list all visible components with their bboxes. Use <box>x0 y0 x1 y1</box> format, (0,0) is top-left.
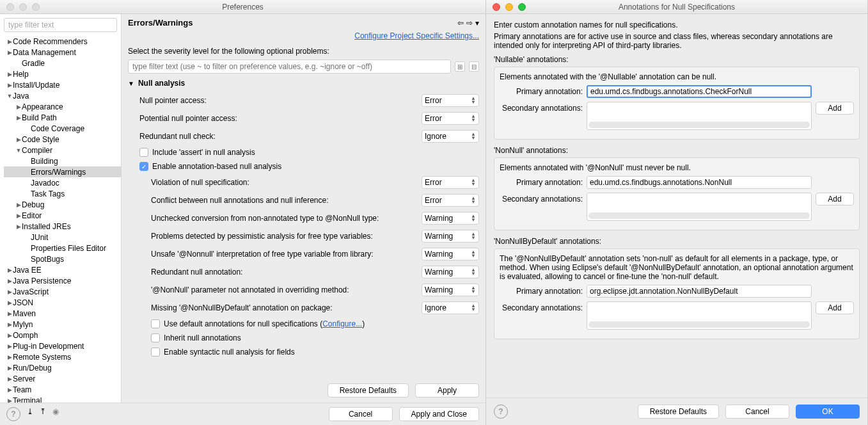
tree-item[interactable]: ▶Appearance <box>4 101 121 112</box>
inherit-annotations-checkbox[interactable]: Inherit null annotations <box>128 331 479 345</box>
section-header[interactable]: ▼Null analysis <box>128 79 479 88</box>
tree-item[interactable]: ▶Team <box>4 384 121 395</box>
tree-item[interactable]: Properties Files Editor <box>4 243 121 253</box>
import-icon[interactable]: ⤓ <box>27 407 33 421</box>
tree-item[interactable]: ▶Data Management <box>4 47 121 58</box>
severity-select[interactable]: Ignore▲▼ <box>422 301 479 314</box>
severity-select[interactable]: Warning▲▼ <box>422 230 479 243</box>
tree-item[interactable]: Building <box>4 156 121 166</box>
problem-filter-input[interactable] <box>128 60 451 74</box>
tree-item[interactable]: SpotBugs <box>4 253 121 264</box>
primary-annotation-input[interactable] <box>587 285 812 298</box>
tree-item[interactable]: Gradle <box>4 58 121 68</box>
tree-item[interactable]: ▶Java EE <box>4 264 121 275</box>
annotations-window: Annotations for Null Specifications Ente… <box>486 0 868 425</box>
tree-item[interactable]: ▶Oomph <box>4 330 121 341</box>
secondary-annotations-list[interactable] <box>587 193 812 221</box>
tree-item[interactable]: ▶Help <box>4 68 121 79</box>
tree-item[interactable]: ▶Run/Debug <box>4 362 121 373</box>
tree-item[interactable]: JUnit <box>4 232 121 243</box>
severity-select[interactable]: Warning▲▼ <box>422 284 479 296</box>
tree-item[interactable]: ▶Editor <box>4 210 121 221</box>
group-title: 'NonNullByDefault' annotations: <box>494 237 860 246</box>
secondary-annotations-list[interactable] <box>587 301 812 330</box>
tree-item[interactable]: Errors/Warnings <box>4 166 121 177</box>
tree-item[interactable]: ▶Mylyn <box>4 319 121 330</box>
apply-button[interactable]: Apply <box>415 383 479 397</box>
cancel-button[interactable]: Cancel <box>329 407 393 421</box>
add-button[interactable]: Add <box>816 102 854 115</box>
severity-select[interactable]: Ignore▲▼ <box>422 130 479 143</box>
severity-select[interactable]: Error▲▼ <box>422 112 479 125</box>
record-icon[interactable]: ◉ <box>52 407 59 421</box>
option-row: '@NonNull' parameter not annotated in ov… <box>128 281 479 299</box>
option-label: Violation of null specification: <box>151 178 416 187</box>
ok-button[interactable]: OK <box>796 405 860 419</box>
severity-select[interactable]: Error▲▼ <box>422 194 479 207</box>
tree-item[interactable]: ▶Install/Update <box>4 79 121 90</box>
enable-annotation-checkbox[interactable]: Enable annotation-based null analysis <box>128 159 479 173</box>
primary-annotation-input[interactable] <box>587 85 812 98</box>
cancel-button[interactable]: Cancel <box>725 405 789 419</box>
tree-item[interactable]: Javadoc <box>4 177 121 188</box>
restore-defaults-button[interactable]: Restore Defaults <box>327 383 409 397</box>
preferences-tree[interactable]: ▶Code Recommenders▶Data ManagementGradle… <box>0 36 121 403</box>
include-assert-checkbox[interactable]: Include 'assert' in null analysis <box>128 145 479 159</box>
forward-icon[interactable]: ⇨ <box>466 19 473 28</box>
tree-item[interactable]: ▶JSON <box>4 297 121 308</box>
titlebar: Preferences <box>0 0 485 14</box>
group-desc: Elements annotated with '@NonNull' must … <box>500 163 854 172</box>
restore-defaults-button[interactable]: Restore Defaults <box>638 405 719 419</box>
primary-annotation-input[interactable] <box>587 176 812 189</box>
tree-item[interactable]: Task Tags <box>4 188 121 199</box>
option-row: Unsafe '@Nonnull' interpretation of free… <box>128 245 479 263</box>
option-row: Problems detected by pessimistic analysi… <box>128 227 479 245</box>
collapse-all-icon[interactable]: ⊟ <box>469 61 479 72</box>
tree-item[interactable]: ▶Debug <box>4 199 121 210</box>
severity-select[interactable]: Warning▲▼ <box>422 212 479 225</box>
tree-item[interactable]: ▶Remote Systems <box>4 351 121 362</box>
tree-item[interactable]: ▶Build Path <box>4 112 121 123</box>
window-title: Preferences <box>0 3 485 12</box>
sidebar-filter-input[interactable] <box>4 18 117 32</box>
secondary-label: Secondary annotations: <box>500 193 583 204</box>
primary-label: Primary annotation: <box>500 285 583 296</box>
help-icon[interactable]: ? <box>6 407 20 421</box>
tree-item[interactable]: ▶JavaScript <box>4 286 121 297</box>
tree-item[interactable]: ▼Compiler <box>4 145 121 156</box>
back-icon[interactable]: ⇦ <box>457 19 464 28</box>
add-button[interactable]: Add <box>816 301 854 314</box>
tree-item[interactable]: ▼Java <box>4 90 121 101</box>
severity-select[interactable]: Warning▲▼ <box>422 248 479 261</box>
option-row: Violation of null specification:Error▲▼ <box>128 173 479 191</box>
apply-close-button[interactable]: Apply and Close <box>399 407 479 421</box>
severity-select[interactable]: Error▲▼ <box>422 176 479 189</box>
option-label: Conflict between null annotations and nu… <box>151 196 416 205</box>
primary-label: Primary annotation: <box>500 85 583 96</box>
severity-select[interactable]: Error▲▼ <box>422 94 479 107</box>
add-button[interactable]: Add <box>816 193 854 205</box>
tree-item[interactable]: Code Coverage <box>4 123 121 134</box>
tree-item[interactable]: ▶Code Style <box>4 134 121 145</box>
project-settings-link[interactable]: Configure Project Specific Settings... <box>354 31 479 40</box>
configure-link[interactable]: Configure... <box>322 319 362 328</box>
secondary-label: Secondary annotations: <box>500 102 583 113</box>
tree-item[interactable]: ▶Installed JREs <box>4 221 121 232</box>
tree-item[interactable]: ▶Terminal <box>4 395 121 403</box>
help-icon[interactable]: ? <box>494 405 508 419</box>
option-row: Potential null pointer access:Error▲▼ <box>128 109 479 127</box>
tree-item[interactable]: ▶Java Persistence <box>4 275 121 286</box>
expand-all-icon[interactable]: ⊞ <box>455 61 465 72</box>
syntactic-analysis-checkbox[interactable]: Enable syntactic null analysis for field… <box>128 345 479 359</box>
secondary-annotations-list[interactable] <box>587 102 812 130</box>
use-default-annotations-checkbox[interactable]: Use default annotations for null specifi… <box>128 317 479 331</box>
group-title: 'NonNull' annotations: <box>494 146 860 155</box>
tree-item[interactable]: ▶Maven <box>4 308 121 319</box>
severity-select[interactable]: Warning▲▼ <box>422 266 479 278</box>
menu-icon[interactable]: ▾ <box>475 19 479 28</box>
tree-item[interactable]: ▶Plug-in Development <box>4 341 121 351</box>
option-label: Problems detected by pessimistic analysi… <box>151 232 416 241</box>
tree-item[interactable]: ▶Code Recommenders <box>4 36 121 47</box>
tree-item[interactable]: ▶Server <box>4 373 121 384</box>
export-icon[interactable]: ⤒ <box>40 407 46 421</box>
